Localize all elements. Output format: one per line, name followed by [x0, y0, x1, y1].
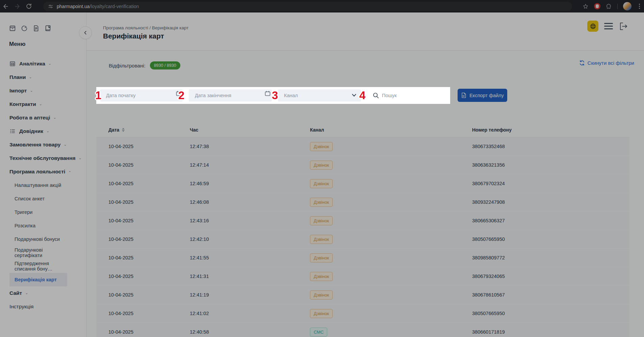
sidebar-menu-item[interactable]: Розсилка ⌄	[9, 219, 67, 232]
channel-badge: Дзвінок	[310, 198, 333, 207]
column-header-date[interactable]: Дата	[96, 127, 190, 133]
sidebar-menu-item[interactable]: Тригери ⌄	[9, 205, 67, 219]
sidebar-item-label: Замовлення товару	[9, 142, 60, 148]
sidebar-menu-item[interactable]: Контракти ⌄	[0, 97, 86, 111]
cell-channel: СМС	[310, 328, 472, 337]
adblock-extension-icon[interactable]	[594, 3, 600, 9]
sidebar-menu-item[interactable]: Технічне обслуговування ⌄	[0, 151, 86, 165]
cell-time: 12:46:08	[190, 199, 310, 205]
sidebar-menu: Аналітика ⌄ Плани ⌄	[0, 57, 86, 313]
channel-select-value: Канал	[284, 93, 298, 98]
search-input[interactable]	[382, 93, 439, 98]
channel-badge: Дзвінок	[310, 253, 333, 262]
content-area: Відфільтровані: 8930 / 8930 Скинути всі …	[86, 51, 644, 337]
sidebar-item-label: Сайт	[9, 290, 22, 296]
end-date-input[interactable]	[189, 89, 272, 102]
cell-channel: Дзвінок	[310, 253, 472, 262]
sidebar-menu-item[interactable]: Список анкет ⌄	[9, 192, 67, 205]
browser-url-bar[interactable]: pharmapoint.ua/loyalty/card-verification	[43, 2, 572, 11]
browser-forward-icon[interactable]	[11, 2, 23, 11]
archive-icon[interactable]	[9, 25, 16, 32]
page-header: Програма лояльності / Верифікація карт В…	[86, 12, 644, 51]
sidebar-menu-item[interactable]: Подарункові бонуси ⌄	[9, 232, 67, 246]
cell-time: 12:41:19	[190, 292, 310, 298]
channel-badge: Дзвінок	[310, 142, 333, 151]
cell-time: 12:40:58	[190, 329, 310, 335]
table-row: 10-04-2025 12:46:59 Дзвінок 380679702324	[96, 174, 629, 193]
column-header-phone: Номер телефону	[472, 127, 629, 133]
search-icon	[373, 92, 379, 99]
cell-date: 10-04-2025	[96, 329, 190, 335]
sidebar-menu-item[interactable]: Імпорт ⌄	[0, 84, 86, 97]
chevron-down-icon: ⌄	[25, 291, 28, 295]
sidebar-menu-item[interactable]: Подарункові сертифікати ⌄	[9, 246, 67, 259]
table-row: 10-04-2025 12:47:14 Дзвінок 380636321356	[96, 156, 629, 174]
pie-chart-icon[interactable]	[21, 25, 28, 32]
note-document-icon[interactable]	[32, 25, 40, 32]
cell-phone: 380678610567	[472, 292, 629, 298]
browser-profile-avatar[interactable]	[623, 2, 632, 10]
book-icon[interactable]	[44, 25, 52, 32]
cell-date: 10-04-2025	[96, 144, 190, 149]
sidebar-menu-item[interactable]: Інструкція ⌄	[0, 300, 86, 313]
logout-icon[interactable]	[619, 22, 628, 31]
start-date-input[interactable]	[100, 89, 183, 102]
cell-date: 10-04-2025	[96, 274, 190, 279]
table-row: 10-04-2025 12:46:08 Дзвінок 380932247908	[96, 193, 629, 212]
reset-filters-link[interactable]: Скинути всі фільтри	[579, 60, 634, 66]
sidebar-item-label: Робота в аптеці	[9, 115, 50, 121]
directory-list-icon	[9, 128, 16, 134]
browser-menu-icon[interactable]	[637, 4, 642, 9]
export-file-button[interactable]: Експорт файлу	[458, 89, 507, 102]
cell-time: 12:42:10	[190, 236, 310, 242]
reset-filters-label: Скинути всі фільтри	[588, 60, 634, 66]
browser-back-icon[interactable]	[0, 2, 11, 11]
sidebar-menu-item[interactable]: Налаштування акцій ⌄	[9, 178, 67, 192]
sidebar: Меню Аналітика ⌄	[0, 12, 86, 337]
sidebar-menu-item[interactable]: Робота в аптеці ⌄	[0, 111, 86, 124]
sidebar-menu-item[interactable]: Плани ⌄	[0, 71, 86, 84]
table-row: 10-04-2025 12:41:19 Дзвінок 380678610567	[96, 286, 629, 304]
cell-phone: 380679324065	[472, 274, 629, 279]
sidebar-menu-item[interactable]: Довідник ⌄	[0, 124, 86, 138]
table-row: 10-04-2025 12:43:16 Дзвінок 380665306327	[96, 212, 629, 230]
channel-badge: Дзвінок	[310, 216, 333, 225]
sidebar-item-label: Підтвердження списання бону…	[15, 261, 67, 272]
cell-phone: 380673352468	[472, 144, 629, 149]
extensions-puzzle-icon[interactable]	[606, 3, 612, 9]
sidebar-item-label: Імпорт	[9, 88, 27, 94]
url-host: pharmapoint.ua	[57, 4, 89, 9]
hamburger-menu-icon[interactable]	[603, 22, 614, 31]
chrome-separator	[617, 4, 618, 9]
sidebar-item-label: Розсилка	[15, 223, 35, 228]
cell-date: 10-04-2025	[96, 236, 190, 242]
filtered-label: Відфільтровані:	[109, 63, 146, 68]
cell-time: 12:46:59	[190, 181, 310, 186]
sidebar-menu-item[interactable]: Замовлення товару ⌄	[0, 138, 86, 151]
bookmark-star-icon[interactable]	[583, 3, 589, 9]
chevron-down-icon: ⌄	[29, 75, 32, 79]
main-area: Програма лояльності / Верифікація карт В…	[86, 12, 644, 337]
filtered-count-badge: 8930 / 8930	[150, 61, 180, 69]
sidebar-menu-item[interactable]: Програма лояльності ⌄	[0, 165, 86, 178]
sidebar-menu-item[interactable]: Аналітика ⌄	[0, 57, 86, 71]
sidebar-collapse-button[interactable]	[79, 26, 92, 39]
column-header-time: Час	[190, 127, 310, 133]
language-globe-button[interactable]	[587, 21, 598, 32]
sidebar-item-label: Плани	[9, 74, 26, 80]
cell-phone: 380665306327	[472, 218, 629, 223]
sidebar-menu-item[interactable]: Підтвердження списання бону… ⌄	[9, 259, 67, 273]
sidebar-menu-item[interactable]: Сайт ⌄	[0, 286, 86, 300]
sidebar-item-label: Список анкет	[15, 196, 45, 201]
cell-phone: 380507665950	[472, 236, 629, 242]
sidebar-menu-item[interactable]: Верифікація карт ⌄	[9, 273, 67, 286]
channel-select[interactable]: Канал	[278, 89, 361, 102]
browser-reload-icon[interactable]	[23, 2, 34, 11]
url-text: pharmapoint.ua/loyalty/card-verification	[57, 3, 139, 9]
reset-icon	[579, 60, 585, 66]
cell-date: 10-04-2025	[96, 218, 190, 223]
sort-icon[interactable]	[122, 128, 125, 132]
channel-badge: СМС	[310, 328, 327, 337]
site-settings-icon[interactable]	[48, 4, 53, 9]
menu-heading: Меню	[0, 32, 86, 48]
